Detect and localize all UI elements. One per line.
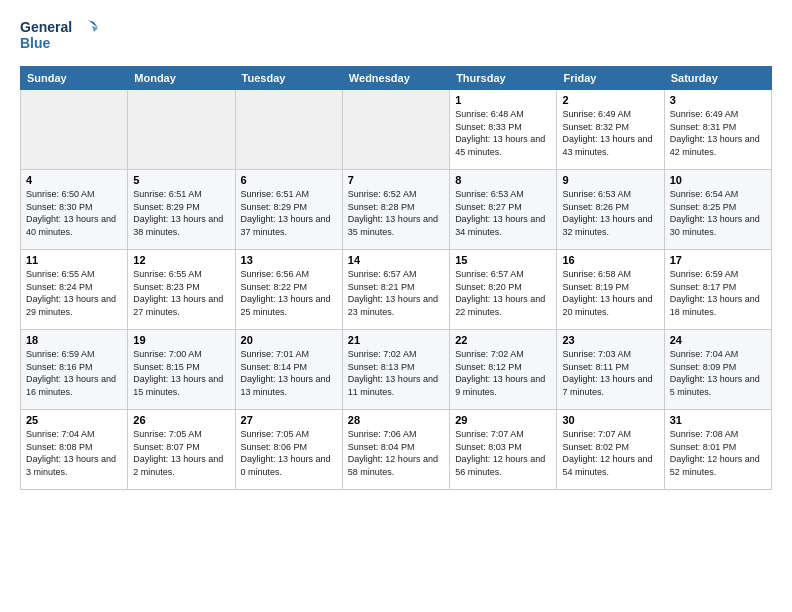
day-info: Sunrise: 6:59 AMSunset: 8:16 PMDaylight:… — [26, 348, 122, 398]
calendar-cell: 24Sunrise: 7:04 AMSunset: 8:09 PMDayligh… — [664, 330, 771, 410]
day-number: 20 — [241, 334, 337, 346]
day-number: 27 — [241, 414, 337, 426]
calendar-cell: 25Sunrise: 7:04 AMSunset: 8:08 PMDayligh… — [21, 410, 128, 490]
day-number: 2 — [562, 94, 658, 106]
day-info: Sunrise: 6:58 AMSunset: 8:19 PMDaylight:… — [562, 268, 658, 318]
day-info: Sunrise: 6:56 AMSunset: 8:22 PMDaylight:… — [241, 268, 337, 318]
calendar-cell: 5Sunrise: 6:51 AMSunset: 8:29 PMDaylight… — [128, 170, 235, 250]
column-header-monday: Monday — [128, 67, 235, 90]
calendar-cell: 11Sunrise: 6:55 AMSunset: 8:24 PMDayligh… — [21, 250, 128, 330]
day-number: 17 — [670, 254, 766, 266]
calendar-cell: 1Sunrise: 6:48 AMSunset: 8:33 PMDaylight… — [450, 90, 557, 170]
calendar-cell: 29Sunrise: 7:07 AMSunset: 8:03 PMDayligh… — [450, 410, 557, 490]
day-info: Sunrise: 7:07 AMSunset: 8:02 PMDaylight:… — [562, 428, 658, 478]
day-info: Sunrise: 7:06 AMSunset: 8:04 PMDaylight:… — [348, 428, 444, 478]
page: General Blue SundayMondayTuesdayWednesda… — [0, 0, 792, 500]
generalblue-logo-icon: General Blue — [20, 16, 100, 56]
calendar-cell: 17Sunrise: 6:59 AMSunset: 8:17 PMDayligh… — [664, 250, 771, 330]
day-number: 31 — [670, 414, 766, 426]
calendar-cell: 22Sunrise: 7:02 AMSunset: 8:12 PMDayligh… — [450, 330, 557, 410]
calendar-cell: 30Sunrise: 7:07 AMSunset: 8:02 PMDayligh… — [557, 410, 664, 490]
day-info: Sunrise: 7:04 AMSunset: 8:08 PMDaylight:… — [26, 428, 122, 478]
day-info: Sunrise: 6:53 AMSunset: 8:26 PMDaylight:… — [562, 188, 658, 238]
day-number: 5 — [133, 174, 229, 186]
column-header-sunday: Sunday — [21, 67, 128, 90]
calendar-cell: 13Sunrise: 6:56 AMSunset: 8:22 PMDayligh… — [235, 250, 342, 330]
day-info: Sunrise: 6:59 AMSunset: 8:17 PMDaylight:… — [670, 268, 766, 318]
day-number: 14 — [348, 254, 444, 266]
calendar-cell: 23Sunrise: 7:03 AMSunset: 8:11 PMDayligh… — [557, 330, 664, 410]
day-number: 30 — [562, 414, 658, 426]
calendar-cell: 28Sunrise: 7:06 AMSunset: 8:04 PMDayligh… — [342, 410, 449, 490]
day-info: Sunrise: 7:05 AMSunset: 8:06 PMDaylight:… — [241, 428, 337, 478]
day-info: Sunrise: 7:03 AMSunset: 8:11 PMDaylight:… — [562, 348, 658, 398]
calendar-cell — [128, 90, 235, 170]
day-number: 11 — [26, 254, 122, 266]
day-info: Sunrise: 6:49 AMSunset: 8:31 PMDaylight:… — [670, 108, 766, 158]
calendar-week-1: 1Sunrise: 6:48 AMSunset: 8:33 PMDaylight… — [21, 90, 772, 170]
calendar-cell: 9Sunrise: 6:53 AMSunset: 8:26 PMDaylight… — [557, 170, 664, 250]
day-info: Sunrise: 6:55 AMSunset: 8:23 PMDaylight:… — [133, 268, 229, 318]
calendar-cell: 7Sunrise: 6:52 AMSunset: 8:28 PMDaylight… — [342, 170, 449, 250]
calendar-cell: 4Sunrise: 6:50 AMSunset: 8:30 PMDaylight… — [21, 170, 128, 250]
svg-text:General: General — [20, 19, 72, 35]
day-info: Sunrise: 7:02 AMSunset: 8:12 PMDaylight:… — [455, 348, 551, 398]
day-info: Sunrise: 7:08 AMSunset: 8:01 PMDaylight:… — [670, 428, 766, 478]
day-info: Sunrise: 6:57 AMSunset: 8:21 PMDaylight:… — [348, 268, 444, 318]
calendar-table: SundayMondayTuesdayWednesdayThursdayFrid… — [20, 66, 772, 490]
day-number: 24 — [670, 334, 766, 346]
calendar-cell: 18Sunrise: 6:59 AMSunset: 8:16 PMDayligh… — [21, 330, 128, 410]
calendar-cell: 8Sunrise: 6:53 AMSunset: 8:27 PMDaylight… — [450, 170, 557, 250]
calendar-cell: 27Sunrise: 7:05 AMSunset: 8:06 PMDayligh… — [235, 410, 342, 490]
day-info: Sunrise: 7:01 AMSunset: 8:14 PMDaylight:… — [241, 348, 337, 398]
calendar-cell: 26Sunrise: 7:05 AMSunset: 8:07 PMDayligh… — [128, 410, 235, 490]
column-header-tuesday: Tuesday — [235, 67, 342, 90]
calendar-cell: 12Sunrise: 6:55 AMSunset: 8:23 PMDayligh… — [128, 250, 235, 330]
day-number: 19 — [133, 334, 229, 346]
day-info: Sunrise: 7:02 AMSunset: 8:13 PMDaylight:… — [348, 348, 444, 398]
calendar-cell: 3Sunrise: 6:49 AMSunset: 8:31 PMDaylight… — [664, 90, 771, 170]
day-info: Sunrise: 6:49 AMSunset: 8:32 PMDaylight:… — [562, 108, 658, 158]
day-info: Sunrise: 6:53 AMSunset: 8:27 PMDaylight:… — [455, 188, 551, 238]
calendar-cell: 20Sunrise: 7:01 AMSunset: 8:14 PMDayligh… — [235, 330, 342, 410]
day-number: 15 — [455, 254, 551, 266]
day-number: 18 — [26, 334, 122, 346]
day-number: 13 — [241, 254, 337, 266]
calendar-cell: 6Sunrise: 6:51 AMSunset: 8:29 PMDaylight… — [235, 170, 342, 250]
calendar-cell: 31Sunrise: 7:08 AMSunset: 8:01 PMDayligh… — [664, 410, 771, 490]
calendar-cell — [21, 90, 128, 170]
day-number: 12 — [133, 254, 229, 266]
calendar-cell: 19Sunrise: 7:00 AMSunset: 8:15 PMDayligh… — [128, 330, 235, 410]
calendar-cell: 2Sunrise: 6:49 AMSunset: 8:32 PMDaylight… — [557, 90, 664, 170]
day-number: 10 — [670, 174, 766, 186]
day-number: 26 — [133, 414, 229, 426]
calendar-cell — [235, 90, 342, 170]
day-number: 9 — [562, 174, 658, 186]
day-number: 22 — [455, 334, 551, 346]
column-header-thursday: Thursday — [450, 67, 557, 90]
day-number: 25 — [26, 414, 122, 426]
day-number: 16 — [562, 254, 658, 266]
calendar-cell — [342, 90, 449, 170]
day-info: Sunrise: 6:57 AMSunset: 8:20 PMDaylight:… — [455, 268, 551, 318]
calendar-week-4: 18Sunrise: 6:59 AMSunset: 8:16 PMDayligh… — [21, 330, 772, 410]
calendar-cell: 16Sunrise: 6:58 AMSunset: 8:19 PMDayligh… — [557, 250, 664, 330]
day-number: 23 — [562, 334, 658, 346]
calendar-week-2: 4Sunrise: 6:50 AMSunset: 8:30 PMDaylight… — [21, 170, 772, 250]
day-number: 28 — [348, 414, 444, 426]
calendar-cell: 10Sunrise: 6:54 AMSunset: 8:25 PMDayligh… — [664, 170, 771, 250]
day-info: Sunrise: 6:54 AMSunset: 8:25 PMDaylight:… — [670, 188, 766, 238]
header: General Blue — [20, 16, 772, 56]
day-info: Sunrise: 6:50 AMSunset: 8:30 PMDaylight:… — [26, 188, 122, 238]
day-info: Sunrise: 6:48 AMSunset: 8:33 PMDaylight:… — [455, 108, 551, 158]
calendar-cell: 14Sunrise: 6:57 AMSunset: 8:21 PMDayligh… — [342, 250, 449, 330]
calendar-cell: 15Sunrise: 6:57 AMSunset: 8:20 PMDayligh… — [450, 250, 557, 330]
day-number: 7 — [348, 174, 444, 186]
day-info: Sunrise: 7:00 AMSunset: 8:15 PMDaylight:… — [133, 348, 229, 398]
column-header-friday: Friday — [557, 67, 664, 90]
day-number: 1 — [455, 94, 551, 106]
svg-text:Blue: Blue — [20, 35, 51, 51]
column-header-saturday: Saturday — [664, 67, 771, 90]
day-number: 21 — [348, 334, 444, 346]
day-info: Sunrise: 7:04 AMSunset: 8:09 PMDaylight:… — [670, 348, 766, 398]
